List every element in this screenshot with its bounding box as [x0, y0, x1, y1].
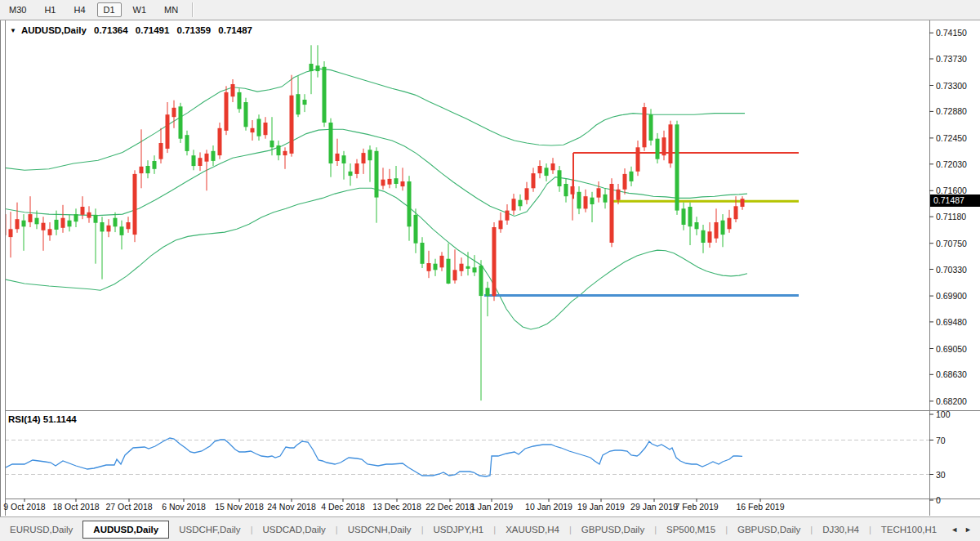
quote-low: 0.71359	[177, 25, 212, 35]
tab-scroll-right-icon[interactable]: ►	[964, 525, 972, 534]
symbol-tab-dj30-h4[interactable]: DJ30,H4	[813, 521, 869, 539]
rsi-indicator-label: RSI(14) 51.1144	[8, 414, 77, 424]
price-axis-label: 0.70330	[936, 265, 967, 275]
rsi-axis-label: 70	[936, 436, 946, 445]
rsi-name: RSI(14)	[8, 414, 41, 424]
date-axis-label: 7 Feb 2019	[675, 502, 718, 512]
symbol-tab-tech100-h1[interactable]: TECH100,H1	[871, 521, 947, 539]
rsi-value: 51.1144	[43, 414, 77, 424]
symbol-tab-xauusd-h4[interactable]: XAUUSD,H4	[496, 521, 569, 539]
price-axis-label: 0.71180	[936, 212, 966, 221]
symbol-tab-usdcad-daily[interactable]: USDCAD,Daily	[252, 521, 335, 539]
symbol-tab-audusd-daily[interactable]: AUDUSD,Daily	[82, 521, 169, 539]
price-axis-label: 0.72030	[936, 159, 967, 169]
chart-frame	[1, 20, 980, 516]
symbol-tab-usdchf-daily[interactable]: USDCHF,Daily	[169, 521, 250, 539]
trading-terminal-window: { "toolbar": { "timeframes": [ {"label":…	[0, 0, 980, 541]
timeframe-button-h4[interactable]: H4	[67, 2, 91, 17]
rsi-axis-label: 30	[936, 470, 946, 480]
price-axis-label: 0.69900	[936, 291, 967, 301]
timeframe-button-h1[interactable]: H1	[38, 2, 62, 17]
candlestick-series	[2, 45, 745, 400]
symbol-tab-bar: EURUSD,DailyAUDUSD,DailyUSDCHF,Daily|USD…	[0, 516, 980, 541]
chart-symbol-label: AUDUSD,Daily	[21, 25, 87, 35]
symbol-tab-sp500-m15[interactable]: SP500,M15	[657, 521, 725, 539]
quote-open: 0.71364	[94, 25, 128, 35]
price-axis-label: 0.69480	[936, 317, 967, 327]
date-axis-label: 9 Oct 2018	[3, 502, 45, 512]
symbol-tab-gbpusd-daily[interactable]: GBPUSD,Daily	[572, 521, 654, 539]
date-axis-label: 6 Nov 2018	[162, 502, 206, 512]
tab-scroll-left-icon[interactable]: ◄	[951, 525, 958, 534]
date-axis-label: 22 Dec 2018	[425, 502, 474, 512]
price-axis-label: 0.69050	[936, 344, 967, 354]
date-axis-label: 27 Oct 2018	[105, 502, 152, 512]
quote-close: 0.71487	[218, 25, 252, 35]
symbol-tab-usdjpy-h1[interactable]: USDJPY,H1	[423, 521, 493, 539]
date-axis-label: 19 Jan 2019	[577, 502, 625, 512]
symbol-dropdown-icon[interactable]: ▼	[10, 27, 16, 34]
date-axis-label: 4 Dec 2018	[321, 502, 365, 512]
timeframe-button-d1[interactable]: D1	[97, 2, 122, 17]
date-axis-label: 15 Nov 2018	[215, 502, 264, 512]
symbol-tab-usdcnh-daily[interactable]: USDCNH,Daily	[338, 521, 421, 539]
rsi-axis-label: 100	[936, 409, 951, 419]
toolbar-separator	[192, 2, 194, 17]
rsi-axis-label: 0	[936, 495, 941, 505]
price-axis-label: 0.73300	[936, 81, 967, 91]
price-axis-label: 0.72450	[936, 133, 967, 143]
timeframe-toolbar: M30H1H4D1W1MN	[0, 0, 980, 20]
date-axis-label: 16 Feb 2019	[737, 502, 785, 512]
price-axis-label: 0.68630	[936, 369, 967, 379]
timeframe-button-m30[interactable]: M30	[2, 2, 33, 17]
rsi-indicator	[4, 438, 929, 476]
price-axis-label: 0.74150	[936, 28, 967, 38]
price-axis-label: 0.72880	[936, 106, 967, 116]
date-axis-label: 24 Nov 2018	[267, 502, 316, 512]
date-axis-label: 13 Dec 2018	[372, 502, 421, 512]
symbol-tab-eurusd-daily[interactable]: EURUSD,Daily	[0, 521, 82, 539]
symbol-tab-gbpusd-daily[interactable]: GBPUSD,Daily	[728, 521, 810, 539]
price-axis-label: 0.73730	[936, 54, 967, 64]
date-axis-label: 10 Jan 2019	[525, 502, 572, 512]
date-axis-label: 29 Jan 2019	[630, 502, 678, 512]
quote-high: 0.71491	[136, 25, 170, 35]
timeframe-button-w1[interactable]: W1	[127, 2, 154, 17]
price-axis-label: 0.71600	[936, 186, 967, 195]
price-chart-canvas[interactable]	[0, 0, 980, 541]
chart-title: ▼AUDUSD,Daily 0.71364 0.71491 0.71359 0.…	[10, 25, 252, 35]
timeframe-button-mn[interactable]: MN	[158, 2, 185, 17]
date-axis-label: 18 Oct 2018	[52, 502, 99, 512]
current-price-badge: 0.71487	[930, 194, 980, 207]
date-axis-label: 1 Jan 2019	[470, 502, 513, 512]
tab-scroll-arrows: ◄ ►	[951, 525, 980, 534]
price-axis-label: 0.68200	[936, 396, 967, 406]
price-axis-label: 0.70750	[936, 239, 967, 248]
bollinger-bands	[4, 69, 747, 329]
